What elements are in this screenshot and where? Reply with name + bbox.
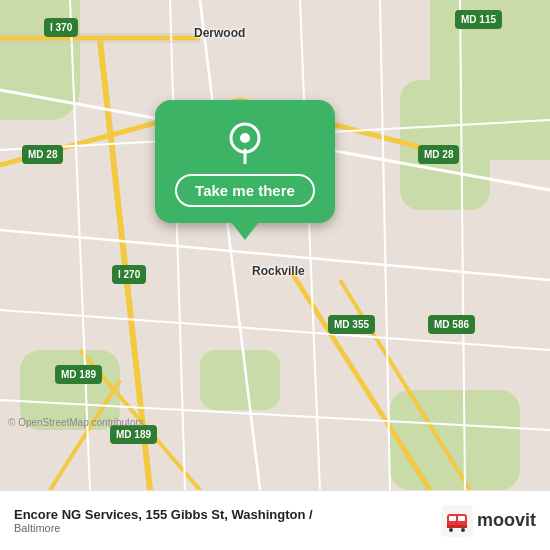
svg-line-5 — [340, 280, 470, 490]
badge-i370: I 370 — [44, 18, 78, 37]
copyright-text: © OpenStreetMap contributors — [8, 417, 144, 428]
bottom-bar: Encore NG Services, 155 Gibbs St, Washin… — [0, 490, 550, 550]
svg-point-28 — [449, 528, 453, 532]
badge-md28-right: MD 28 — [418, 145, 459, 164]
svg-point-29 — [461, 528, 465, 532]
map-popup: Take me there — [155, 100, 335, 240]
city-label-rockville: Rockville — [252, 264, 305, 278]
location-info: Encore NG Services, 155 Gibbs St, Washin… — [14, 507, 431, 534]
badge-md115: MD 115 — [455, 10, 502, 29]
popup-tail — [231, 222, 259, 240]
svg-point-22 — [240, 133, 250, 143]
svg-rect-27 — [458, 516, 465, 521]
city-label-derwood: Derwood — [194, 26, 245, 40]
location-pin-icon — [223, 120, 267, 164]
moovit-label: moovit — [477, 510, 536, 531]
svg-line-17 — [460, 0, 465, 490]
svg-rect-30 — [447, 525, 467, 528]
location-name: Encore NG Services, 155 Gibbs St, Washin… — [14, 507, 431, 522]
moovit-icon — [441, 505, 473, 537]
badge-md189-1: MD 189 — [55, 365, 102, 384]
badge-md586: MD 586 — [428, 315, 475, 334]
svg-line-11 — [200, 0, 260, 490]
location-sub: Baltimore — [14, 522, 431, 534]
svg-rect-26 — [449, 516, 456, 521]
svg-line-4 — [290, 270, 430, 490]
badge-md355: MD 355 — [328, 315, 375, 334]
badge-md28-left: MD 28 — [22, 145, 63, 164]
moovit-logo: moovit — [441, 505, 536, 537]
popup-bubble: Take me there — [155, 100, 335, 223]
map-container: I 370 MD 115 MD 28 MD 28 I 270 MD 189 MD… — [0, 0, 550, 490]
take-me-there-button[interactable]: Take me there — [175, 174, 315, 207]
badge-i270: I 270 — [112, 265, 146, 284]
